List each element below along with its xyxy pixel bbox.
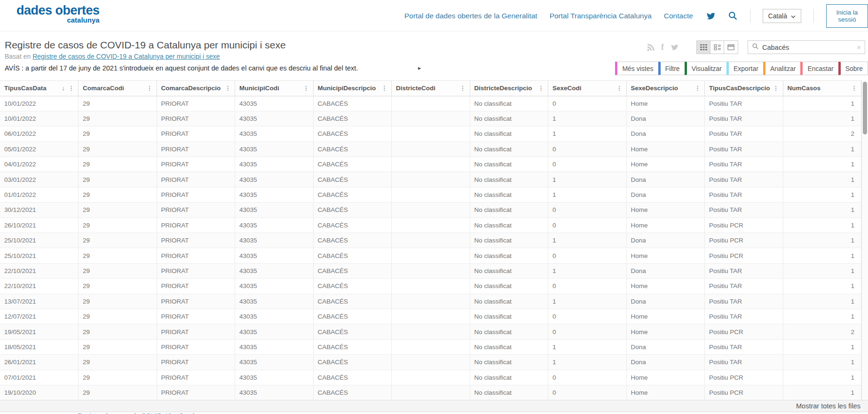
table-cell: 0 [548,309,627,324]
table-cell: 43035 [235,187,314,202]
show-all-rows-link[interactable]: Mostrar totes les files [796,400,860,412]
column-menu-icon[interactable]: ⋮ [772,84,780,92]
facebook-icon[interactable]: f [661,42,664,52]
search-icon[interactable] [728,11,738,21]
action-button-encastar[interactable]: Encastar [800,62,838,75]
action-button-filtre[interactable]: Filtre [658,62,685,75]
based-on-link[interactable]: Registre de casos de COVID-19 a Cataluny… [32,53,220,60]
column-header-TipusCasData[interactable]: TipusCasData↓⋮ [0,81,79,96]
table-cell: 26/01/2021 [0,355,79,370]
action-button-visualitzar[interactable]: Visualitzar [685,62,726,75]
table-cell: No classificat [470,370,548,385]
action-button-exportar[interactable]: Exportar [726,62,763,75]
table-cell: 2 [783,126,861,141]
column-header-MunicipiDescripcio[interactable]: MunicipiDescripcio⋮ [313,81,392,96]
nav-link-portal-dades[interactable]: Portal de dades obertes de la Generalita… [404,12,537,20]
site-logo[interactable]: dades obertes catalunya [16,4,100,23]
table-cell: 25/10/2021 [0,248,79,263]
table-cell: CABACÉS [313,309,392,324]
column-header-ComarcaCodi[interactable]: ComarcaCodi⋮ [79,81,157,96]
column-header-SexeCodi[interactable]: SexeCodi⋮ [548,81,627,96]
scrollbar-thumb[interactable] [863,82,867,134]
column-header-NumCasos[interactable]: NumCasos⋮ [783,81,861,96]
action-button-més-vistes[interactable]: Més vistes [615,62,658,75]
table-cell: 06/01/2022 [0,126,79,141]
table-cell: Dona [626,172,705,187]
column-menu-icon[interactable]: ⋮ [224,84,232,92]
table-cell: 43035 [235,385,314,400]
page-view-icon[interactable] [724,41,738,54]
column-menu-icon[interactable]: ⋮ [146,84,154,92]
column-menu-icon[interactable]: ⋮ [302,84,310,92]
twitter-share-icon[interactable] [670,44,679,51]
topbar-divider [750,9,750,23]
column-label: ComarcaCodi [83,85,124,92]
table-cell: 1 [783,370,861,385]
table-row: 19/05/202129PRIORAT43035CABACÉSNo classi… [0,324,861,339]
column-menu-icon[interactable]: ⋮ [537,84,545,92]
column-menu-icon[interactable]: ⋮ [67,84,75,92]
column-header-ComarcaDescripcio[interactable]: ComarcaDescripcio⋮ [157,81,235,96]
column-menu-icon[interactable]: ⋮ [850,84,858,92]
table-cell: Positiu TAR [705,141,783,156]
table-cell: 29 [79,339,157,354]
column-menu-icon[interactable]: ⋮ [615,84,623,92]
table-cell: 43035 [235,218,314,233]
table-row: 10/01/202229PRIORAT43035CABACÉSNo classi… [0,96,861,111]
table-cell: CABACÉS [313,141,392,156]
rss-icon[interactable] [647,43,655,52]
view-toggle-group [696,40,738,54]
column-header-DistricteDescripcio[interactable]: DistricteDescripcio⋮ [470,81,548,96]
table-row: 26/01/202129PRIORAT43035CABACÉSNo classi… [0,355,861,370]
sort-desc-icon: ↓ [62,85,65,92]
column-menu-icon[interactable]: ⋮ [459,84,467,92]
logo-line1: dades obertes [16,4,100,16]
dataset-search-input[interactable] [762,44,853,51]
table-cell: 43035 [235,126,314,141]
table-row: 18/05/202129PRIORAT43035CABACÉSNo classi… [0,339,861,354]
vertical-scrollbar[interactable] [861,80,868,400]
table-cell [392,370,470,385]
table-cell: 0 [548,279,627,294]
table-cell: Positiu TAR [705,309,783,324]
twitter-icon[interactable] [705,12,716,20]
table-cell: Positiu TAR [705,339,783,354]
table-cell: 43035 [235,294,314,309]
dataset-search-box: × [748,40,865,54]
table-cell [392,126,470,141]
table-cell: CABACÉS [313,248,392,263]
table-cell: 29 [79,233,157,248]
table-cell: 43035 [235,263,314,278]
clear-search-icon[interactable]: × [857,43,861,51]
table-cell [392,263,470,278]
card-view-icon[interactable] [710,41,724,54]
column-label: DistricteCodi [396,85,435,92]
login-button[interactable]: Inicia la sessió [826,4,868,28]
action-button-analitzar[interactable]: Analitzar [763,62,800,75]
table-cell: Positiu PCR [705,218,783,233]
column-label: MunicipiCodi [239,85,279,92]
column-menu-icon[interactable]: ⋮ [380,84,388,92]
notice-expand-icon[interactable]: ▸ [418,64,421,71]
column-header-MunicipiCodi[interactable]: MunicipiCodi⋮ [235,81,314,96]
table-cell: Positiu TAR [705,96,783,111]
table-cell: Positiu TAR [705,263,783,278]
column-header-SexeDescripcio[interactable]: SexeDescripcio⋮ [626,81,705,96]
table-cell: No classificat [470,111,548,126]
nav-link-transparencia[interactable]: Portal Transparència Catalunya [550,12,652,20]
table-cell: 1 [783,141,861,156]
column-menu-icon[interactable]: ⋮ [694,84,702,92]
table-cell: 43035 [235,96,314,111]
table-cell: 1 [548,233,627,248]
grid-view-icon[interactable] [697,41,710,54]
action-button-sobre[interactable]: Sobre [838,62,868,75]
table-cell: No classificat [470,339,548,354]
language-select[interactable]: Català [763,9,801,23]
nav-link-contacte[interactable]: Contacte [664,12,693,20]
column-header-DistricteCodi[interactable]: DistricteCodi⋮ [392,81,470,96]
column-label: NumCasos [788,85,821,92]
column-header-TipusCasDescripcio[interactable]: TipusCasDescripcio⋮ [705,81,783,96]
table-cell: 1 [783,294,861,309]
table-row: 25/10/202129PRIORAT43035CABACÉSNo classi… [0,233,861,248]
table-cell: PRIORAT [157,218,235,233]
